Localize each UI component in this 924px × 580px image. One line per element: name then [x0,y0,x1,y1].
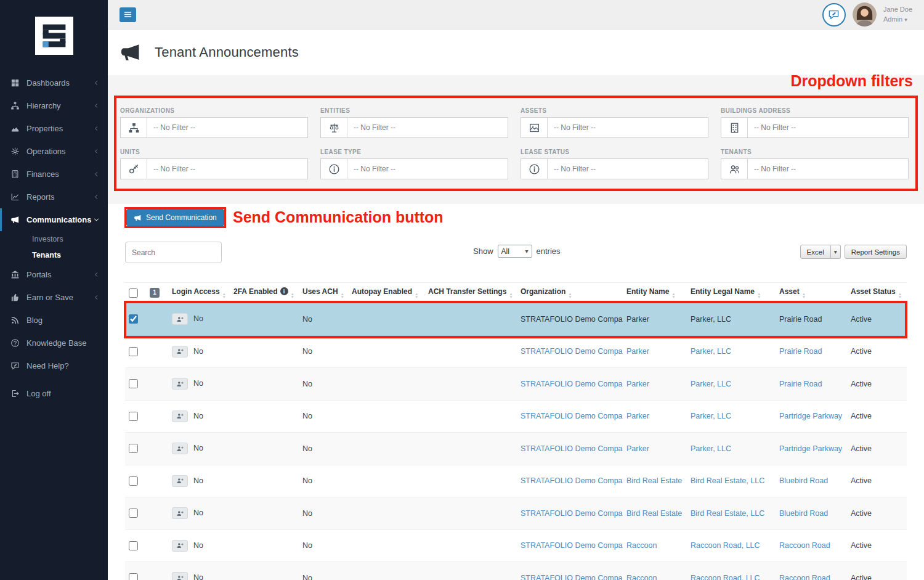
sidebar-item-hierarchy[interactable]: Hierarchy [0,94,108,117]
row-checkbox[interactable] [129,412,138,421]
avatar[interactable] [853,2,877,27]
row-checkbox[interactable] [129,476,138,486]
organization-link[interactable]: STRATAFOLIO Demo Company [521,380,623,388]
organization-link[interactable]: STRATAFOLIO Demo Company [521,444,623,453]
entity-legal-name-link[interactable]: Parker, LLC [691,444,731,453]
row-checkbox[interactable] [129,509,138,518]
asset-link[interactable]: Raccoon Road [779,541,830,550]
column-header-2fa-enabled[interactable]: 2FA Enabledi▲▼ [230,283,299,303]
asset-link[interactable]: Bluebird Road [779,509,828,518]
sidebar-item-tenants[interactable]: Tenants [0,247,108,263]
table-row[interactable]: NoNoSTRATAFOLIO Demo CompanyParkerParker… [125,368,907,401]
row-checkbox[interactable] [129,314,138,324]
entity-name-link[interactable]: Bird Real Estate [626,476,682,485]
grant-login-access-button[interactable] [172,540,188,552]
sidebar-item-need-help[interactable]: Need Help? [0,354,108,377]
table-row[interactable]: NoNoSTRATAFOLIO Demo CompanyParkerParker… [125,335,907,368]
sidebar-item-finances[interactable]: Finances [0,163,108,186]
units-filter-select[interactable]: -- No Filter -- [147,159,307,179]
asset-link[interactable]: Bluebird Road [779,476,828,485]
asset-link[interactable]: Raccoon Road [779,574,830,580]
grant-login-access-button[interactable] [172,346,188,357]
column-header-asset-status[interactable]: Asset Status▲▼ [847,283,907,303]
buildings-address-filter-select[interactable]: -- No Filter -- [748,118,908,137]
organization-link[interactable]: STRATAFOLIO Demo Company [521,541,623,550]
column-header-login-access[interactable]: Login Access▲▼ [168,283,230,303]
organization-link[interactable]: STRATAFOLIO Demo Company [521,412,623,420]
grant-login-access-button[interactable] [172,572,188,580]
entity-name-link[interactable]: Parker [626,347,649,356]
lease-status-filter-select[interactable]: -- No Filter -- [548,159,708,179]
row-checkbox[interactable] [129,444,138,453]
organization-link[interactable]: STRATAFOLIO Demo Company [521,509,623,518]
table-row[interactable]: NoNoSTRATAFOLIO Demo CompanyBird Real Es… [125,497,907,530]
sidebar-item-properties[interactable]: Properties [0,117,108,140]
grant-login-access-button[interactable] [172,475,188,487]
entity-legal-name-link[interactable]: Parker, LLC [691,412,731,420]
column-header-entity-name[interactable]: Entity Name▲▼ [623,283,687,303]
entity-name-link[interactable]: Raccoon [626,574,657,580]
excel-button[interactable]: Excel [800,245,831,259]
entity-name-link[interactable]: Bird Real Estate [626,509,682,518]
column-header-ach-transfer-settings[interactable]: ACH Transfer Settings▲▼ [424,283,517,303]
organization-link[interactable]: STRATAFOLIO Demo Company [521,574,623,580]
entity-legal-name-link[interactable]: Parker, LLC [691,380,731,388]
sidebar-item-earn-or-save[interactable]: Earn or Save [0,286,108,309]
table-row[interactable]: NoNoSTRATAFOLIO Demo CompanyBird Real Es… [125,465,907,497]
asset-link[interactable]: Partridge Parkway [779,412,842,420]
grant-login-access-button[interactable] [172,507,188,519]
grant-login-access-button[interactable] [172,313,188,325]
lease-type-filter-select[interactable]: -- No Filter -- [347,159,508,179]
app-logo[interactable] [0,0,108,71]
grant-login-access-button[interactable] [172,410,188,422]
asset-link[interactable]: Prairie Road [779,380,822,388]
select-all-checkbox[interactable] [129,288,138,298]
sidebar-item-log-off[interactable]: Log off [0,382,108,405]
search-input[interactable] [125,242,222,263]
column-header-asset[interactable]: Asset▲▼ [776,283,847,303]
entity-legal-name-link[interactable]: Bird Real Estate, LLC [691,509,764,518]
entity-legal-name-link[interactable]: Raccoon Road, LLC [691,541,760,550]
sidebar-item-operations[interactable]: Operations [0,140,108,163]
menu-toggle-button[interactable] [120,7,136,22]
row-checkbox[interactable] [129,573,138,580]
table-row[interactable]: NoNoSTRATAFOLIO Demo CompanyParkerParker… [125,433,907,465]
grant-login-access-button[interactable] [172,378,188,390]
assets-filter-select[interactable]: -- No Filter -- [548,118,708,137]
column-header-organization[interactable]: Organization▲▼ [517,283,623,303]
chat-icon[interactable] [822,3,846,27]
entity-name-link[interactable]: Parker [626,444,649,453]
entity-name-link[interactable]: Parker [626,380,649,388]
user-menu[interactable]: Jane Doe Admin ▾ [883,5,912,24]
organizations-filter-select[interactable]: -- No Filter -- [147,118,307,137]
column-header-entity-legal-name[interactable]: Entity Legal Name▲▼ [687,283,776,303]
grant-login-access-button[interactable] [172,443,188,454]
organization-link[interactable]: STRATAFOLIO Demo Company [521,347,623,356]
entity-legal-name-link[interactable]: Parker, LLC [691,315,731,324]
excel-dropdown-button[interactable]: ▾ [831,245,841,259]
entity-legal-name-link[interactable]: Bird Real Estate, LLC [691,476,764,485]
sidebar-item-blog[interactable]: Blog [0,309,108,332]
tenants-filter-select[interactable]: -- No Filter -- [748,159,908,179]
sidebar-item-portals[interactable]: Portals [0,263,108,286]
table-row[interactable]: NoNoSTRATAFOLIO Demo CompanyRaccoonRacco… [125,562,907,580]
sidebar-item-knowledge-base[interactable]: Knowledge Base [0,332,108,354]
row-checkbox[interactable] [129,379,138,388]
entities-filter-select[interactable]: -- No Filter -- [347,118,508,137]
entries-select[interactable]: All ▾ [498,245,532,258]
organization-link[interactable]: STRATAFOLIO Demo Company [521,476,623,485]
entity-legal-name-link[interactable]: Raccoon Road, LLC [691,574,760,580]
sidebar-item-investors[interactable]: Investors [0,231,108,247]
entity-legal-name-link[interactable]: Parker, LLC [691,347,731,356]
column-header-uses-ach[interactable]: Uses ACH▲▼ [299,283,348,303]
entity-name-link[interactable]: Raccoon [626,541,657,550]
user-role-dropdown[interactable]: Admin ▾ [883,15,912,24]
entity-name-link[interactable]: Parker [626,412,649,420]
entity-name-link[interactable]: Parker [626,315,649,324]
row-checkbox[interactable] [129,541,138,550]
organization-link[interactable]: STRATAFOLIO Demo Company [521,315,623,324]
asset-link[interactable]: Prairie Road [779,347,822,356]
table-row[interactable]: NoNoSTRATAFOLIO Demo CompanyParkerParker… [125,400,907,433]
asset-link[interactable]: Partridge Parkway [779,444,842,453]
table-row[interactable]: NoNoSTRATAFOLIO Demo CompanyRaccoonRacco… [125,529,907,562]
